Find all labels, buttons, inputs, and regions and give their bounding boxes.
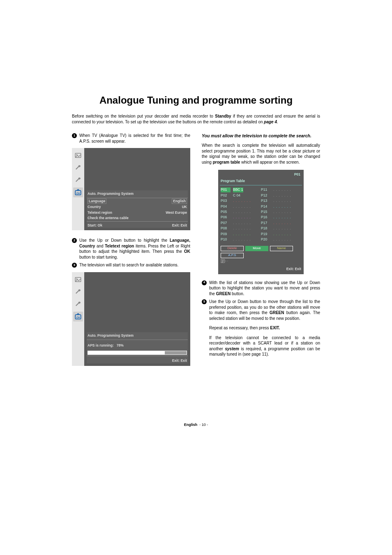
pt-row: P13. . . . . . . [261, 198, 301, 204]
pt-row: P20. . . . . . . [261, 237, 301, 242]
pt-exit: Exit: Exit [220, 265, 302, 271]
pt-btn-move: Move [245, 246, 268, 251]
pt-row: P12. . . . . . . [261, 193, 301, 198]
pt-row: P09. . . . . . . [221, 231, 261, 237]
pt-row: P04. . . . . . . [221, 204, 261, 209]
pt-row: P15. . . . . . . [261, 209, 301, 215]
channel-ch-icon: CH [73, 312, 83, 321]
picture-icon [73, 150, 83, 160]
step-number-5: 5 [202, 299, 207, 304]
install-wrench-icon [73, 299, 83, 309]
manual-tune-note: If the television cannot be connected to… [209, 335, 320, 357]
osd-aps-running: CH Auto. Programming System APS is runni… [72, 272, 190, 366]
page-title: Analogue Tuning and programme sorting [72, 95, 320, 106]
pt-row: P03. . . . . . . [221, 198, 261, 204]
pt-row: P17. . . . . . . [261, 220, 301, 226]
pt-row: P19. . . . . . . [261, 231, 301, 237]
pt-row: P11. . . . . . . [261, 187, 301, 192]
step-2: 2 Use the Up or Down button to highlight… [72, 238, 190, 260]
progress-bar [87, 348, 188, 355]
osd-antenna-note: Check the antenna cable [87, 215, 188, 221]
pt-btn-name: Name [270, 246, 293, 251]
channel-ch-icon: CH [73, 187, 83, 197]
pt-row: P08. . . . . . . [221, 226, 261, 231]
osd-heading: Auto. Programming System [87, 190, 188, 198]
osd-row-teletext: Teletext region West Europe [87, 210, 188, 215]
pt-row: P10. . . . . . . [221, 237, 261, 242]
step-number-2: 2 [72, 238, 77, 243]
pt-row: P16. . . . . . . [261, 215, 301, 220]
osd-aps-setup: CH Auto. Programming System Language Eng… [72, 148, 190, 230]
teletext-icon [220, 258, 302, 265]
step-number-4: 4 [202, 280, 207, 285]
osd-aps-status: APS is running: 78% [87, 340, 188, 348]
osd-start-ok: Start: Ok [88, 223, 102, 228]
step-5: 5 Use the Up or Down button to move thro… [202, 299, 320, 321]
feature-wrench-icon [73, 163, 83, 173]
pt-row: P06. . . . . . . [221, 215, 261, 220]
pt-row: P18. . . . . . . [261, 226, 301, 231]
pt-col-1: P01BBC 1P02C 04P03. . . . . . .P04. . . … [221, 187, 261, 243]
pt-row: P14. . . . . . . [261, 204, 301, 209]
osd-row-country: Country UK [87, 204, 188, 210]
install-wrench-icon [73, 175, 83, 185]
program-table: P01 Program Table P01BBC 1P02C 04P03. . … [218, 170, 304, 274]
complete-search-note: You must allow the television to complet… [202, 133, 320, 139]
right-paragraph: When the search is complete the televisi… [202, 143, 320, 165]
pt-row: P01BBC 1 [221, 187, 261, 192]
pt-btn-aps: A.P.S [221, 253, 244, 258]
step-4: 4 With the list of stations now showing … [202, 280, 320, 297]
osd-sidebar: CH [72, 272, 84, 366]
pt-row: P02C 04 [221, 193, 261, 198]
step-number-3: 3 [72, 263, 77, 268]
pt-title: Program Table [220, 177, 302, 185]
picture-icon [73, 275, 83, 284]
pt-col-2: P11. . . . . . .P12. . . . . . .P13. . .… [261, 187, 301, 243]
svg-text:CH: CH [76, 192, 80, 194]
osd-sidebar: CH [72, 148, 84, 230]
svg-text:CH: CH [76, 316, 80, 318]
pt-row: P07. . . . . . . [221, 220, 261, 226]
step-3: 3 The television will start to search fo… [72, 262, 190, 268]
repeat-note: Repeat as necessary, then press EXIT. [209, 325, 320, 331]
pt-row: P05. . . . . . . [221, 209, 261, 215]
pt-btn-delete: Delete [221, 246, 244, 251]
intro-paragraph: Before switching on the television put y… [72, 113, 320, 125]
osd-exit: Exit: Exit [172, 223, 187, 228]
osd-heading: Auto. Programming System [87, 332, 188, 340]
pt-current: P01 [220, 171, 302, 177]
step-number-1: 1 [72, 133, 77, 138]
feature-wrench-icon [73, 287, 83, 297]
page-footer: English - 10 - [72, 423, 320, 443]
osd-row-language: Language English [87, 198, 188, 204]
step-1: 1 When TV (Analogue TV) is selected for … [72, 133, 190, 144]
osd-exit: Exit: Exit [172, 358, 187, 363]
